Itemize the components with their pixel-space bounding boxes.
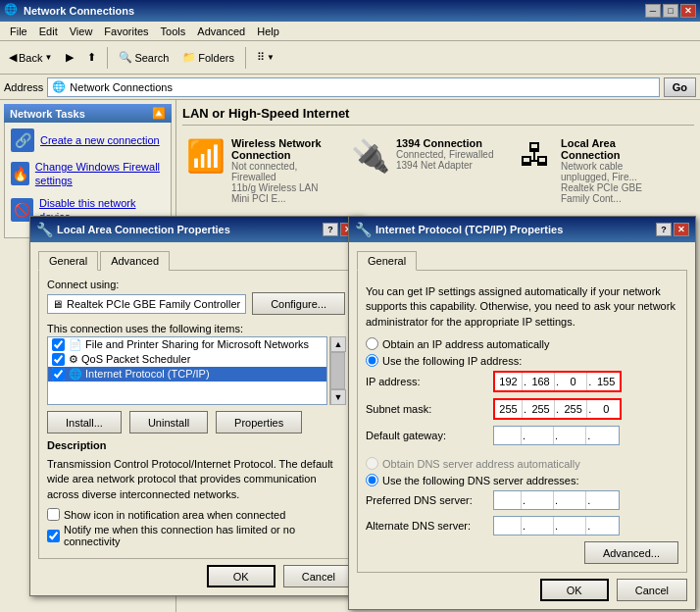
connect-using-label: Connect using: (47, 279, 345, 290)
gateway-input[interactable]: . . . (493, 426, 620, 445)
subnet-input[interactable]: . . . (493, 398, 622, 420)
menu-advanced[interactable]: Advanced (191, 25, 251, 38)
folders-button[interactable]: 📁 Folders (177, 44, 239, 72)
pref-seg-3[interactable] (559, 491, 586, 509)
lac-ok-button[interactable]: OK (207, 565, 275, 587)
use-following-radio[interactable] (366, 354, 378, 367)
file-printer-checkbox[interactable] (52, 338, 65, 351)
alt-seg-4[interactable] (591, 517, 619, 535)
gateway-seg-3[interactable] (559, 427, 586, 444)
close-button[interactable]: ✕ (680, 4, 696, 18)
ip-cancel-button[interactable]: Cancel (617, 579, 687, 601)
alternate-dns-row: Alternate DNS server: . . . (366, 516, 678, 536)
lac-buttons: OK Cancel (38, 565, 354, 587)
lac-tab-advanced[interactable]: Advanced (100, 251, 170, 271)
uninstall-button[interactable]: Uninstall (129, 411, 208, 434)
ip-dialog[interactable]: 🔧 Internet Protocol (TCP/IP) Properties … (348, 216, 696, 610)
preferred-dns-input[interactable]: . . . (493, 490, 620, 510)
menu-edit[interactable]: Edit (33, 25, 64, 38)
pref-seg-4[interactable] (591, 491, 619, 509)
listbox-item-tcpip[interactable]: 🌐 Internet Protocol (TCP/IP) (48, 367, 326, 382)
menu-help[interactable]: Help (251, 25, 285, 38)
advanced-button[interactable]: Advanced... (584, 541, 678, 564)
description-text: Transmission Control Protocol/Internet P… (47, 457, 345, 502)
folders-icon: 📁 (182, 51, 196, 64)
properties-button[interactable]: Properties (216, 411, 302, 434)
wireless-info: Wireless Network Connection Not connecte… (231, 137, 335, 204)
ip-close-button[interactable]: ✕ (674, 223, 689, 236)
1394-connection[interactable]: 🔌 1394 Connection Connected, Firewalled … (347, 133, 504, 208)
pref-seg-1[interactable] (494, 491, 522, 509)
task-label-create: Create a new connection (40, 133, 160, 147)
scroll-down[interactable]: ▼ (330, 389, 346, 405)
ip-tab-general[interactable]: General (357, 251, 417, 271)
back-icon: ◀ (9, 51, 17, 64)
obtain-dns-label: Obtain DNS server address automatically (382, 458, 580, 470)
subnet-seg-4[interactable] (592, 400, 620, 418)
ip-address-input[interactable]: . . . (493, 371, 622, 392)
lac-help-button[interactable]: ? (323, 223, 338, 236)
subnet-seg-3[interactable] (560, 400, 587, 418)
lan-detail: Realtek PCIe GBE Family Cont... (561, 182, 665, 204)
gateway-seg-2[interactable] (526, 427, 554, 444)
ip-dialog-title: Internet Protocol (TCP/IP) Properties (375, 224, 652, 235)
views-button[interactable]: ⠿ ▼ (252, 44, 279, 72)
ip-seg-2[interactable] (527, 373, 555, 390)
obtain-dns-radio[interactable] (366, 457, 378, 470)
use-dns-radio[interactable] (366, 474, 378, 486)
maximize-button[interactable]: □ (663, 4, 678, 18)
gateway-seg-4[interactable] (591, 427, 619, 444)
pref-seg-2[interactable] (526, 491, 554, 509)
subnet-row: Subnet mask: . . . (366, 398, 678, 420)
views-dropdown-icon: ▼ (267, 53, 275, 62)
ip-ok-button[interactable]: OK (540, 579, 609, 601)
lac-dialog-title: Local Area Connection Properties (57, 224, 319, 235)
forward-button[interactable]: ▶ (61, 44, 78, 72)
obtain-auto-radio[interactable] (366, 337, 378, 350)
search-button[interactable]: 🔍 Search (114, 44, 174, 72)
wireless-connection[interactable]: 📶 Wireless Network Connection Not connec… (182, 133, 339, 208)
alternate-dns-input[interactable]: . . . (493, 516, 620, 536)
alt-seg-2[interactable] (526, 517, 554, 535)
menu-file[interactable]: File (4, 25, 33, 38)
notify-checkbox[interactable] (47, 530, 60, 542)
listbox-item-qos[interactable]: ⚙ QoS Packet Scheduler (48, 352, 326, 367)
configure-button[interactable]: Configure... (252, 292, 345, 315)
task-create-connection[interactable]: 🔗 Create a new connection (11, 128, 165, 152)
ip-seg-4[interactable] (592, 373, 620, 390)
qos-checkbox[interactable] (52, 353, 65, 366)
menu-favorites[interactable]: Favorites (98, 25, 154, 38)
ip-seg-3[interactable] (560, 373, 587, 390)
subnet-seg-1[interactable] (495, 400, 523, 418)
minimize-button[interactable]: ─ (645, 4, 661, 18)
use-following-label: Use the following IP address: (382, 355, 522, 367)
task-firewall[interactable]: 🔥 Change Windows Firewall settings (11, 160, 165, 188)
menu-tools[interactable]: Tools (155, 25, 192, 38)
gateway-seg-1[interactable] (494, 427, 522, 444)
network-tasks-header[interactable]: Network Tasks 🔼 (4, 104, 172, 123)
go-button[interactable]: Go (664, 77, 696, 97)
lac-tab-general[interactable]: General (38, 251, 98, 271)
items-listbox: 📄 File and Printer Sharing for Microsoft… (47, 336, 327, 405)
back-button[interactable]: ◀ Back ▼ (4, 44, 57, 72)
alt-seg-3[interactable] (559, 517, 586, 535)
menu-view[interactable]: View (64, 25, 99, 38)
alt-seg-1[interactable] (494, 517, 522, 535)
scroll-up[interactable]: ▲ (330, 336, 346, 352)
ip-help-button[interactable]: ? (656, 223, 672, 236)
toolbar: ◀ Back ▼ ▶ ⬆ 🔍 Search 📁 Folders ⠿ ▼ (0, 41, 700, 75)
scroll-thumb[interactable] (330, 352, 345, 389)
install-button[interactable]: Install... (47, 411, 122, 434)
listbox-item-file-printer[interactable]: 📄 File and Printer Sharing for Microsoft… (48, 337, 326, 352)
lac-dialog[interactable]: 🔧 Local Area Connection Properties ? ✕ G… (29, 216, 363, 596)
ip-seg-1[interactable] (495, 373, 523, 390)
up-button[interactable]: ⬆ (82, 44, 101, 72)
show-icon-checkbox[interactable] (47, 508, 60, 521)
tcpip-checkbox[interactable] (52, 368, 65, 381)
subnet-seg-2[interactable] (527, 400, 555, 418)
listbox-scrollbar[interactable]: ▲ ▼ (329, 336, 345, 405)
lan-connection[interactable]: 🖧 Local Area Connection Network cable un… (512, 133, 669, 208)
lan-status: Network cable unplugged, Fire... (561, 161, 665, 182)
lac-cancel-button[interactable]: Cancel (283, 565, 354, 587)
views-icon: ⠿ (257, 51, 265, 64)
